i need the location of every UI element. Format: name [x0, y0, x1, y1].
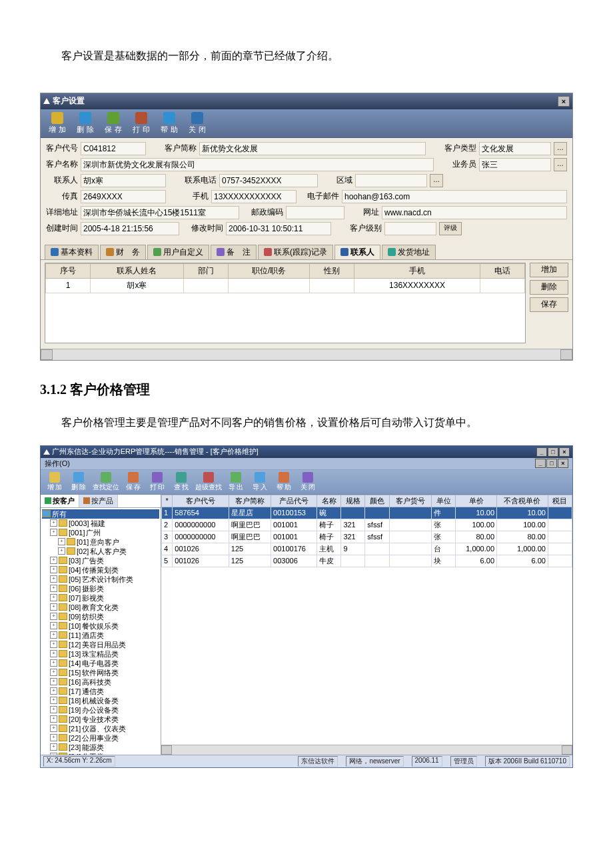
tree-item[interactable]: +[001] 广州	[42, 528, 159, 537]
add-button[interactable]: 增 加	[45, 472, 65, 492]
find-button[interactable]: 查 找	[171, 472, 191, 492]
import-button[interactable]: 导 入	[250, 472, 270, 492]
rate-button[interactable]: 评级	[439, 222, 462, 235]
tree-item[interactable]: +[24] 化工类	[42, 752, 159, 755]
field-short[interactable]: 新优势文化发展	[199, 142, 426, 155]
tree-item[interactable]: +[16] 高科技类	[42, 677, 159, 687]
expand-icon[interactable]: +	[58, 547, 65, 555]
tab-udf[interactable]: 用户自定义	[147, 245, 209, 259]
save-button[interactable]: 保 存	[102, 112, 125, 135]
tree-item[interactable]: +[12] 美容日用品类	[42, 640, 159, 649]
expand-icon[interactable]: +	[50, 585, 57, 592]
tree-item[interactable]: +[20] 专业技术类	[42, 715, 159, 724]
delete-button[interactable]: 删 除	[69, 472, 89, 492]
expand-icon[interactable]: +	[50, 753, 57, 755]
child-minimize-icon[interactable]: _	[535, 459, 546, 468]
tree-item[interactable]: +[21] 仪器、仪表类	[42, 724, 159, 733]
field-name[interactable]: 深圳市新优势文化发展有限公司	[81, 158, 434, 171]
tree-item[interactable]: +[13] 珠宝精品类	[42, 649, 159, 659]
close-button[interactable]: 关 闭	[298, 472, 318, 492]
close-button[interactable]: 关 闭	[186, 112, 209, 135]
sales-picker-button[interactable]: …	[554, 158, 567, 171]
close-icon[interactable]: ×	[559, 447, 570, 457]
field-addr[interactable]: 深圳市华侨城长流中心15楼1511室	[81, 206, 239, 219]
tab-ship[interactable]: 发货地址	[382, 245, 436, 259]
table-row[interactable]: 5001026125003006牛皮块6.006.00	[162, 555, 572, 567]
field-type[interactable]: 文化发展	[479, 142, 551, 155]
tree-item[interactable]: +[03] 广告类	[42, 556, 159, 565]
print-button[interactable]: 打 印	[130, 112, 153, 135]
expand-icon[interactable]: +	[50, 529, 57, 536]
minimize-icon[interactable]: _	[536, 447, 547, 457]
add-button[interactable]: 增 加	[46, 112, 69, 135]
expand-icon[interactable]: +	[50, 678, 57, 685]
expand-icon[interactable]: +	[50, 557, 57, 564]
tree-item[interactable]: +[01] 意向客户	[42, 537, 159, 547]
scroll-left-icon[interactable]	[41, 349, 53, 360]
field-zip[interactable]	[286, 206, 344, 219]
table-row[interactable]: 400102612500100176主机9台1,000.001,000.00	[162, 543, 572, 555]
expand-icon[interactable]: +	[50, 519, 57, 527]
help-button[interactable]: 帮 助	[274, 472, 294, 492]
field-code[interactable]: C041812	[81, 142, 146, 155]
tree-item[interactable]: +[04] 传播策划类	[42, 565, 159, 575]
table-row[interactable]: 20000000000啊里巴巴001001椅子321sfssf张100.0010…	[162, 519, 572, 531]
save-button[interactable]: 保 存	[123, 472, 143, 492]
expand-icon[interactable]: +	[50, 734, 57, 741]
tree-item[interactable]: +[19] 办公设备类	[42, 705, 159, 715]
expand-icon[interactable]: +	[50, 687, 57, 695]
expand-icon[interactable]: +	[50, 575, 57, 583]
locate-button[interactable]: 查找定位	[93, 472, 119, 492]
tree-tab-customer[interactable]: 按客户	[41, 495, 79, 507]
price-grid[interactable]: * 客户代号 客户简称 产品代号 名称 规格 颜色 客户货号 单位 单价 不含税…	[161, 495, 572, 745]
help-button[interactable]: 帮 助	[158, 112, 181, 135]
expand-icon[interactable]: +	[50, 594, 57, 601]
expand-icon[interactable]: +	[50, 715, 57, 723]
grid-delete-button[interactable]: 删除	[530, 280, 568, 295]
grid-add-button[interactable]: 增加	[530, 263, 568, 277]
region-picker-button[interactable]: …	[430, 174, 443, 187]
expand-icon[interactable]: +	[50, 706, 57, 713]
export-button[interactable]: 导 出	[226, 472, 246, 492]
expand-icon[interactable]: +	[50, 613, 57, 620]
delete-button[interactable]: 删 除	[74, 112, 97, 135]
category-tree[interactable]: 所有 +[0003] 福建+[001] 广州+[01] 意向客户+[02] 私人…	[41, 508, 161, 755]
type-picker-button[interactable]: …	[554, 142, 567, 155]
horizontal-scrollbar[interactable]	[161, 745, 572, 755]
child-maximize-icon[interactable]: □	[546, 459, 557, 468]
super-find-button[interactable]: 超级查找	[195, 472, 222, 492]
tree-item[interactable]: +[18] 机械设备类	[42, 696, 159, 705]
tab-track[interactable]: 联系(跟踪)记录	[258, 245, 333, 259]
grid-save-button[interactable]: 保存	[530, 297, 568, 312]
child-close-icon[interactable]: ×	[558, 459, 568, 468]
expand-icon[interactable]: +	[58, 538, 65, 545]
tree-item[interactable]: +[14] 电子电器类	[42, 659, 159, 668]
tree-item[interactable]: +[09] 纺织类	[42, 612, 159, 621]
field-url[interactable]: www.nacd.cn	[382, 206, 567, 219]
tree-item[interactable]: +[08] 教育文化类	[42, 603, 159, 612]
table-row[interactable]: 30000000000啊里巴巴001001椅子321sfssf张80.0080.…	[162, 531, 572, 543]
menu-operate[interactable]: 操作(O)	[45, 459, 70, 469]
expand-icon[interactable]: +	[50, 725, 57, 732]
tree-root[interactable]: 所有	[42, 509, 159, 519]
expand-icon[interactable]: +	[50, 566, 57, 573]
expand-icon[interactable]: +	[50, 622, 57, 629]
field-mobile[interactable]: 13XXXXXXXXXXX	[211, 190, 297, 203]
expand-icon[interactable]: +	[50, 650, 57, 657]
field-level[interactable]	[384, 222, 436, 235]
maximize-icon[interactable]: □	[548, 447, 558, 457]
print-button[interactable]: 打 印	[147, 472, 167, 492]
tree-item[interactable]: +[0003] 福建	[42, 519, 159, 528]
field-region[interactable]	[355, 174, 427, 187]
scroll-right-icon[interactable]	[560, 349, 572, 360]
scroll-left-icon[interactable]	[161, 745, 172, 755]
tree-item[interactable]: +[17] 通信类	[42, 687, 159, 696]
field-contact[interactable]: 胡x寒	[81, 174, 166, 187]
tree-item[interactable]: +[06] 摄影类	[42, 584, 159, 593]
tab-finance[interactable]: 财 务	[100, 245, 146, 259]
tab-basic[interactable]: 基本资料	[45, 245, 99, 259]
field-tel[interactable]: 0757-3452XXXX	[219, 174, 318, 187]
expand-icon[interactable]: +	[50, 743, 57, 751]
tab-memo[interactable]: 备 注	[211, 245, 257, 259]
expand-icon[interactable]: +	[50, 659, 57, 667]
